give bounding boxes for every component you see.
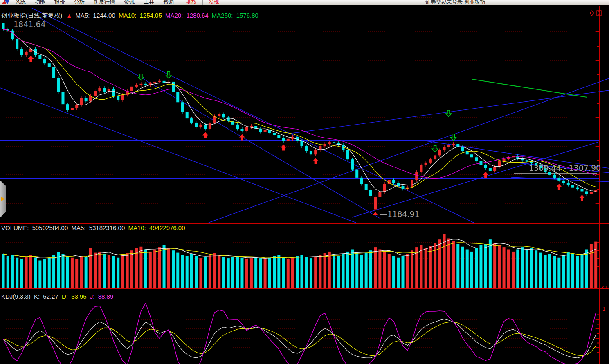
menu-bar: 系统 功能 报价 分析 扩展行情 资讯 工具 帮助 期权 发现 证券交易未登录 … [0,0,609,5]
ma5-value: 1244.00 [93,12,115,19]
chart-title: 创业板指(日线.前复权) [1,12,62,19]
ma20-value: 1280.64 [186,12,208,19]
menu-item-system[interactable]: 系统 [11,0,30,5]
kdj-indicator-chart[interactable] [0,289,609,364]
ma250-label: MA250: [212,12,233,19]
kdj-k-label: K: [34,293,40,300]
kdj-d-label: D: [62,293,68,300]
svg-text:—1184.91: —1184.91 [380,210,420,219]
kdj-scale-label: 1 [602,306,605,312]
ma5-label: MA5: [75,12,90,19]
kdj-k-value: 52.27 [43,293,58,300]
expand-right-triangle-icon [1,197,4,201]
main-chart-header: 创业板指(日线.前复权) ▲ MA5: 1244.00 MA10: 1254.0… [1,12,260,20]
kdj-d-value: 33.95 [71,293,87,300]
menu-item-news[interactable]: 资讯 [119,0,139,5]
chart-corner-controls [588,10,602,16]
up-arrow-icon: ▲ [66,12,72,19]
vol-ma10-value: 49422976.00 [149,224,185,231]
ma250-value: 1576.80 [236,12,258,19]
volume-header: VOLUME: 59502584.00 MA5: 53182316.00 MA1… [1,224,187,231]
app-logo-icon[interactable] [1,0,11,5]
volume-value: 59502584.00 [32,224,68,231]
kdj-j-label: J: [90,293,95,300]
ma20-label: MA20: [165,12,183,19]
login-status-text: 证券交易未登录 创业板指 [425,0,485,5]
menu-item-tools[interactable]: 工具 [139,0,159,5]
vol-ma10-label: MA10: [128,224,146,231]
vol-ma5-value: 53182316.00 [89,224,125,231]
ma10-value: 1254.05 [140,12,162,19]
vol-ma5-label: MA5: [71,224,85,231]
menu-item-options-market[interactable]: 期权 [180,0,203,5]
menu-item-function[interactable]: 功能 [30,0,50,5]
volume-label: VOLUME: [1,224,29,231]
kdj-name: KDJ(9,3,3) [1,293,31,300]
main-candlestick-chart[interactable]: —1841.64—1184.911309.44 - 1307.90 [0,6,609,223]
diamond-icon[interactable] [589,10,595,16]
menu-item-quotes[interactable]: 报价 [50,0,70,5]
svg-text:—1841.64: —1841.64 [6,20,46,29]
volume-multiplier-label: X1 [601,284,607,290]
kdj-j-value: 88.89 [98,293,114,300]
menu-item-extended-quotes[interactable]: 扩展行情 [89,0,119,5]
menu-item-discover[interactable]: 发现 [203,0,225,5]
volume-chart[interactable] [0,223,609,289]
ma10-label: MA10: [119,12,136,19]
svg-text:1309.44 - 1307.90: 1309.44 - 1307.90 [529,163,601,172]
kdj-header: KDJ(9,3,3) K: 52.27 D: 33.95 J: 88.89 [1,293,115,300]
menu-item-help[interactable]: 帮助 [159,0,178,5]
sidebar-expander-tab[interactable] [0,180,6,218]
restore-window-icon[interactable] [596,10,602,16]
menu-item-analysis[interactable]: 分析 [70,0,89,5]
